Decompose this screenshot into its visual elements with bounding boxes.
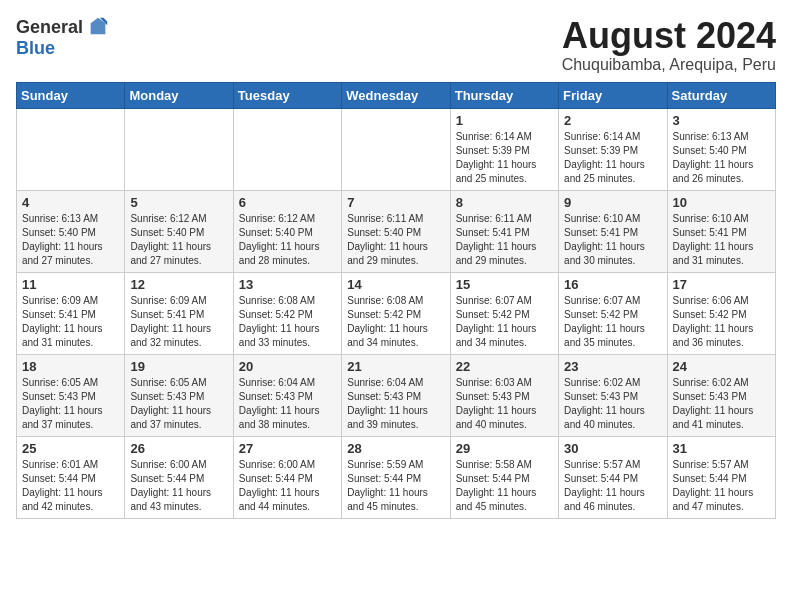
calendar-cell-5-7: 31Sunrise: 5:57 AM Sunset: 5:44 PM Dayli… bbox=[667, 436, 775, 518]
calendar-cell-4-6: 23Sunrise: 6:02 AM Sunset: 5:43 PM Dayli… bbox=[559, 354, 667, 436]
calendar-title: August 2024 bbox=[562, 16, 776, 56]
calendar-cell-1-2 bbox=[125, 108, 233, 190]
calendar-cell-5-6: 30Sunrise: 5:57 AM Sunset: 5:44 PM Dayli… bbox=[559, 436, 667, 518]
day-info: Sunrise: 6:10 AM Sunset: 5:41 PM Dayligh… bbox=[673, 212, 770, 268]
day-number: 26 bbox=[130, 441, 227, 456]
calendar-cell-1-4 bbox=[342, 108, 450, 190]
day-info: Sunrise: 6:04 AM Sunset: 5:43 PM Dayligh… bbox=[239, 376, 336, 432]
day-info: Sunrise: 5:57 AM Sunset: 5:44 PM Dayligh… bbox=[673, 458, 770, 514]
calendar-body: 1Sunrise: 6:14 AM Sunset: 5:39 PM Daylig… bbox=[17, 108, 776, 518]
day-info: Sunrise: 6:05 AM Sunset: 5:43 PM Dayligh… bbox=[22, 376, 119, 432]
day-info: Sunrise: 6:10 AM Sunset: 5:41 PM Dayligh… bbox=[564, 212, 661, 268]
day-number: 10 bbox=[673, 195, 770, 210]
calendar-cell-5-5: 29Sunrise: 5:58 AM Sunset: 5:44 PM Dayli… bbox=[450, 436, 558, 518]
day-info: Sunrise: 6:12 AM Sunset: 5:40 PM Dayligh… bbox=[130, 212, 227, 268]
page-header: General Blue August 2024 Chuquibamba, Ar… bbox=[16, 16, 776, 74]
day-info: Sunrise: 6:11 AM Sunset: 5:41 PM Dayligh… bbox=[456, 212, 553, 268]
calendar-week-3: 11Sunrise: 6:09 AM Sunset: 5:41 PM Dayli… bbox=[17, 272, 776, 354]
day-info: Sunrise: 6:03 AM Sunset: 5:43 PM Dayligh… bbox=[456, 376, 553, 432]
day-number: 11 bbox=[22, 277, 119, 292]
calendar-cell-1-6: 2Sunrise: 6:14 AM Sunset: 5:39 PM Daylig… bbox=[559, 108, 667, 190]
calendar-cell-1-5: 1Sunrise: 6:14 AM Sunset: 5:39 PM Daylig… bbox=[450, 108, 558, 190]
day-info: Sunrise: 6:07 AM Sunset: 5:42 PM Dayligh… bbox=[564, 294, 661, 350]
calendar-cell-2-6: 9Sunrise: 6:10 AM Sunset: 5:41 PM Daylig… bbox=[559, 190, 667, 272]
logo-blue: Blue bbox=[16, 38, 55, 59]
day-number: 12 bbox=[130, 277, 227, 292]
calendar-week-1: 1Sunrise: 6:14 AM Sunset: 5:39 PM Daylig… bbox=[17, 108, 776, 190]
day-info: Sunrise: 6:11 AM Sunset: 5:40 PM Dayligh… bbox=[347, 212, 444, 268]
day-info: Sunrise: 6:14 AM Sunset: 5:39 PM Dayligh… bbox=[564, 130, 661, 186]
calendar-cell-1-1 bbox=[17, 108, 125, 190]
day-number: 4 bbox=[22, 195, 119, 210]
day-info: Sunrise: 6:01 AM Sunset: 5:44 PM Dayligh… bbox=[22, 458, 119, 514]
calendar-cell-4-1: 18Sunrise: 6:05 AM Sunset: 5:43 PM Dayli… bbox=[17, 354, 125, 436]
weekday-header-friday: Friday bbox=[559, 82, 667, 108]
day-info: Sunrise: 5:58 AM Sunset: 5:44 PM Dayligh… bbox=[456, 458, 553, 514]
day-info: Sunrise: 6:12 AM Sunset: 5:40 PM Dayligh… bbox=[239, 212, 336, 268]
day-info: Sunrise: 6:09 AM Sunset: 5:41 PM Dayligh… bbox=[130, 294, 227, 350]
day-number: 9 bbox=[564, 195, 661, 210]
day-number: 21 bbox=[347, 359, 444, 374]
day-number: 31 bbox=[673, 441, 770, 456]
day-info: Sunrise: 6:06 AM Sunset: 5:42 PM Dayligh… bbox=[673, 294, 770, 350]
calendar-cell-3-3: 13Sunrise: 6:08 AM Sunset: 5:42 PM Dayli… bbox=[233, 272, 341, 354]
calendar-cell-3-6: 16Sunrise: 6:07 AM Sunset: 5:42 PM Dayli… bbox=[559, 272, 667, 354]
day-info: Sunrise: 6:07 AM Sunset: 5:42 PM Dayligh… bbox=[456, 294, 553, 350]
calendar-cell-3-1: 11Sunrise: 6:09 AM Sunset: 5:41 PM Dayli… bbox=[17, 272, 125, 354]
day-number: 3 bbox=[673, 113, 770, 128]
calendar-cell-3-4: 14Sunrise: 6:08 AM Sunset: 5:42 PM Dayli… bbox=[342, 272, 450, 354]
calendar-cell-3-5: 15Sunrise: 6:07 AM Sunset: 5:42 PM Dayli… bbox=[450, 272, 558, 354]
weekday-header-saturday: Saturday bbox=[667, 82, 775, 108]
calendar-cell-5-4: 28Sunrise: 5:59 AM Sunset: 5:44 PM Dayli… bbox=[342, 436, 450, 518]
weekday-header-sunday: Sunday bbox=[17, 82, 125, 108]
calendar-week-4: 18Sunrise: 6:05 AM Sunset: 5:43 PM Dayli… bbox=[17, 354, 776, 436]
day-number: 15 bbox=[456, 277, 553, 292]
calendar-header: SundayMondayTuesdayWednesdayThursdayFrid… bbox=[17, 82, 776, 108]
day-number: 6 bbox=[239, 195, 336, 210]
day-number: 17 bbox=[673, 277, 770, 292]
day-info: Sunrise: 6:00 AM Sunset: 5:44 PM Dayligh… bbox=[239, 458, 336, 514]
logo-icon bbox=[87, 16, 109, 38]
day-number: 24 bbox=[673, 359, 770, 374]
calendar-cell-2-7: 10Sunrise: 6:10 AM Sunset: 5:41 PM Dayli… bbox=[667, 190, 775, 272]
day-info: Sunrise: 6:05 AM Sunset: 5:43 PM Dayligh… bbox=[130, 376, 227, 432]
calendar-cell-3-2: 12Sunrise: 6:09 AM Sunset: 5:41 PM Dayli… bbox=[125, 272, 233, 354]
calendar-cell-4-4: 21Sunrise: 6:04 AM Sunset: 5:43 PM Dayli… bbox=[342, 354, 450, 436]
day-number: 14 bbox=[347, 277, 444, 292]
calendar-cell-3-7: 17Sunrise: 6:06 AM Sunset: 5:42 PM Dayli… bbox=[667, 272, 775, 354]
day-info: Sunrise: 6:00 AM Sunset: 5:44 PM Dayligh… bbox=[130, 458, 227, 514]
day-info: Sunrise: 6:08 AM Sunset: 5:42 PM Dayligh… bbox=[239, 294, 336, 350]
day-number: 28 bbox=[347, 441, 444, 456]
day-number: 22 bbox=[456, 359, 553, 374]
day-info: Sunrise: 6:13 AM Sunset: 5:40 PM Dayligh… bbox=[22, 212, 119, 268]
weekday-row: SundayMondayTuesdayWednesdayThursdayFrid… bbox=[17, 82, 776, 108]
day-number: 19 bbox=[130, 359, 227, 374]
day-number: 2 bbox=[564, 113, 661, 128]
day-info: Sunrise: 6:02 AM Sunset: 5:43 PM Dayligh… bbox=[673, 376, 770, 432]
day-info: Sunrise: 5:59 AM Sunset: 5:44 PM Dayligh… bbox=[347, 458, 444, 514]
day-number: 7 bbox=[347, 195, 444, 210]
day-number: 20 bbox=[239, 359, 336, 374]
weekday-header-wednesday: Wednesday bbox=[342, 82, 450, 108]
calendar-cell-4-3: 20Sunrise: 6:04 AM Sunset: 5:43 PM Dayli… bbox=[233, 354, 341, 436]
day-info: Sunrise: 5:57 AM Sunset: 5:44 PM Dayligh… bbox=[564, 458, 661, 514]
day-info: Sunrise: 6:04 AM Sunset: 5:43 PM Dayligh… bbox=[347, 376, 444, 432]
calendar-cell-5-1: 25Sunrise: 6:01 AM Sunset: 5:44 PM Dayli… bbox=[17, 436, 125, 518]
calendar-cell-5-3: 27Sunrise: 6:00 AM Sunset: 5:44 PM Dayli… bbox=[233, 436, 341, 518]
calendar-cell-5-2: 26Sunrise: 6:00 AM Sunset: 5:44 PM Dayli… bbox=[125, 436, 233, 518]
calendar-cell-2-2: 5Sunrise: 6:12 AM Sunset: 5:40 PM Daylig… bbox=[125, 190, 233, 272]
calendar-cell-4-7: 24Sunrise: 6:02 AM Sunset: 5:43 PM Dayli… bbox=[667, 354, 775, 436]
day-number: 29 bbox=[456, 441, 553, 456]
day-info: Sunrise: 6:08 AM Sunset: 5:42 PM Dayligh… bbox=[347, 294, 444, 350]
day-number: 27 bbox=[239, 441, 336, 456]
day-info: Sunrise: 6:14 AM Sunset: 5:39 PM Dayligh… bbox=[456, 130, 553, 186]
calendar-cell-4-2: 19Sunrise: 6:05 AM Sunset: 5:43 PM Dayli… bbox=[125, 354, 233, 436]
calendar-cell-4-5: 22Sunrise: 6:03 AM Sunset: 5:43 PM Dayli… bbox=[450, 354, 558, 436]
day-number: 18 bbox=[22, 359, 119, 374]
title-block: August 2024 Chuquibamba, Arequipa, Peru bbox=[562, 16, 776, 74]
weekday-header-monday: Monday bbox=[125, 82, 233, 108]
calendar-week-5: 25Sunrise: 6:01 AM Sunset: 5:44 PM Dayli… bbox=[17, 436, 776, 518]
day-info: Sunrise: 6:09 AM Sunset: 5:41 PM Dayligh… bbox=[22, 294, 119, 350]
calendar-subtitle: Chuquibamba, Arequipa, Peru bbox=[562, 56, 776, 74]
day-number: 23 bbox=[564, 359, 661, 374]
